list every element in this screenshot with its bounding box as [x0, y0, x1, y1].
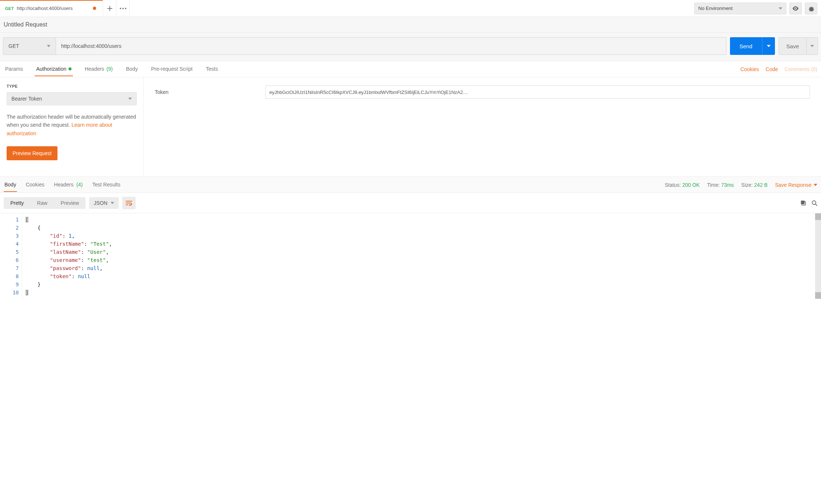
auth-helper-text: The authorization header will be automat… — [7, 113, 137, 137]
search-button[interactable] — [811, 200, 817, 206]
request-name[interactable]: Untitled Request — [4, 21, 817, 28]
gear-icon — [808, 6, 814, 11]
chevron-down-icon — [767, 45, 771, 47]
request-name-bar: Untitled Request — [0, 17, 821, 33]
top-right-controls: No Environment — [691, 0, 821, 17]
response-meta: Status: 200 OK Time: 73ms Size: 242 B Sa… — [665, 182, 817, 188]
tab-tests[interactable]: Tests — [205, 62, 220, 76]
svg-point-2 — [125, 8, 126, 9]
scrollbar-thumb[interactable] — [815, 213, 821, 220]
body-toolbar: Pretty Raw Preview JSON — [0, 193, 821, 213]
token-label: Token — [155, 89, 251, 95]
resp-tab-test-results[interactable]: Test Results — [91, 178, 121, 192]
scrollbar-thumb[interactable] — [815, 292, 821, 299]
send-options-button[interactable] — [762, 37, 775, 55]
send-button[interactable]: Send — [730, 37, 762, 55]
chevron-down-icon — [128, 98, 132, 100]
preview-request-button[interactable]: Preview Request — [7, 146, 57, 160]
tab-bar: GET http://localhost:4000/users No Envir… — [0, 0, 821, 17]
save-button-group: Save — [779, 37, 818, 55]
resp-tab-headers-label: Headers — [54, 182, 74, 188]
environment-selected: No Environment — [698, 6, 733, 11]
status-label: Status: — [665, 182, 681, 188]
response-tabs: Body Cookies Headers (4) Test Results — [4, 178, 121, 192]
svg-point-1 — [122, 8, 124, 9]
time-label: Time: — [707, 182, 720, 188]
save-options-button[interactable] — [807, 37, 818, 55]
eye-icon — [792, 6, 799, 11]
tab-prerequest[interactable]: Pre-request Script — [150, 62, 194, 76]
copy-button[interactable] — [800, 200, 806, 206]
auth-type-select[interactable]: Bearer Token — [7, 92, 137, 105]
response-body-code[interactable]: [ { "id": 1, "firstName": "Test", "lastN… — [22, 213, 821, 299]
save-response-label: Save Response — [775, 182, 811, 188]
time-value: 73ms — [721, 182, 734, 188]
environment-select[interactable]: No Environment — [694, 3, 786, 14]
svg-rect-5 — [801, 201, 805, 204]
settings-button[interactable] — [805, 3, 817, 14]
authorization-panel: TYPE Bearer Token The authorization head… — [0, 77, 821, 177]
line-number-gutter: 12345678910 — [0, 213, 22, 299]
environment-quicklook-button[interactable] — [789, 3, 802, 14]
url-row-wrap: GET Send Save — [0, 33, 821, 61]
body-toolbar-right — [800, 200, 817, 206]
chevron-down-icon — [111, 202, 114, 204]
tab-body[interactable]: Body — [125, 62, 139, 76]
format-select[interactable]: JSON — [89, 197, 118, 209]
response-body-viewer: 12345678910 [ { "id": 1, "firstName": "T… — [0, 213, 821, 299]
chevron-down-icon — [47, 45, 50, 47]
tab-headers[interactable]: Headers (9) — [83, 62, 114, 76]
cookies-link[interactable]: Cookies — [740, 66, 759, 72]
view-mode-group: Pretty Raw Preview — [4, 197, 85, 209]
url-input[interactable] — [56, 37, 726, 55]
resp-tab-headers-count: (4) — [76, 182, 83, 188]
svg-point-0 — [120, 8, 121, 9]
size-value: 242 B — [754, 182, 768, 188]
send-button-group: Send — [730, 37, 775, 55]
auth-right: Token eyJhbGciOiJIUzI1NiIsInR5cCI6IkpXVC… — [144, 77, 821, 176]
scrollbar-track[interactable] — [815, 213, 821, 299]
tab-overflow-button[interactable] — [116, 0, 130, 17]
save-response-button[interactable]: Save Response — [775, 182, 817, 188]
method-value: GET — [8, 43, 19, 49]
wrap-lines-button[interactable] — [122, 197, 136, 209]
code-link[interactable]: Code — [766, 66, 778, 72]
view-preview[interactable]: Preview — [54, 197, 86, 209]
method-url-group: GET — [3, 37, 726, 55]
request-tabs-right: Cookies Code Comments (0) — [740, 66, 817, 72]
auth-left: TYPE Bearer Token The authorization head… — [0, 77, 144, 176]
resp-tab-headers[interactable]: Headers (4) — [53, 178, 84, 192]
comments-link[interactable]: Comments (0) — [785, 66, 817, 72]
view-pretty[interactable]: Pretty — [4, 197, 31, 209]
resp-tab-cookies[interactable]: Cookies — [25, 178, 45, 192]
unsaved-dot-icon — [93, 7, 96, 10]
tab-authorization-label: Authorization — [36, 66, 66, 72]
token-row: Token eyJhbGciOiJIUzI1NiIsInR5cCI6IkpXVC… — [155, 85, 810, 99]
active-auth-dot-icon — [69, 67, 71, 70]
tab-authorization[interactable]: Authorization — [35, 62, 73, 76]
request-tab[interactable]: GET http://localhost:4000/users — [0, 0, 103, 17]
new-tab-button[interactable] — [103, 0, 116, 17]
size-label: Size: — [741, 182, 753, 188]
view-raw[interactable]: Raw — [31, 197, 54, 209]
chevron-down-icon — [814, 184, 817, 186]
tab-method: GET — [5, 6, 14, 11]
copy-icon — [800, 200, 806, 206]
status-value: 200 OK — [682, 182, 699, 188]
tab-headers-count: (9) — [106, 66, 113, 72]
method-select[interactable]: GET — [3, 37, 56, 55]
wrap-icon — [126, 200, 132, 206]
save-button[interactable]: Save — [779, 37, 807, 55]
response-tabs-row: Body Cookies Headers (4) Test Results St… — [0, 177, 821, 193]
tab-params[interactable]: Params — [4, 62, 24, 76]
chevron-down-icon — [779, 7, 782, 10]
tab-title: http://localhost:4000/users — [17, 6, 73, 11]
token-input[interactable]: eyJhbGciOiJIUzI1NiIsInR5cCI6IkpXVCJ9.eyJ… — [265, 85, 810, 99]
search-icon — [811, 200, 817, 206]
resp-tab-body[interactable]: Body — [4, 178, 17, 192]
request-tabs-row: Params Authorization Headers (9) Body Pr… — [0, 61, 821, 77]
format-value: JSON — [94, 200, 107, 206]
auth-type-label: TYPE — [7, 84, 137, 88]
url-row: GET Send Save — [3, 37, 818, 55]
request-tabs: Params Authorization Headers (9) Body Pr… — [4, 62, 219, 76]
